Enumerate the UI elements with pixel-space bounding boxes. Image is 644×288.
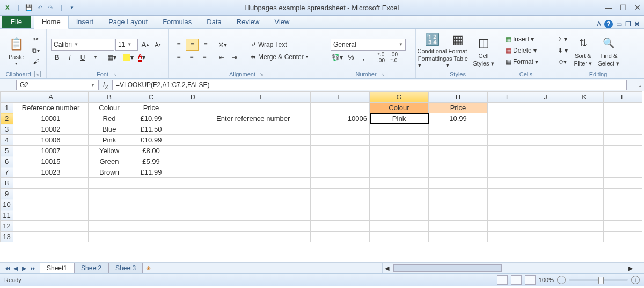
cell-C6[interactable]: £5.99 xyxy=(130,156,172,167)
cell-A11[interactable] xyxy=(13,210,89,221)
sort-filter-button[interactable]: ⇅ Sort & Filter ▾ xyxy=(571,33,595,68)
cell-B7[interactable]: Brown xyxy=(89,167,130,178)
underline-button[interactable]: U xyxy=(77,52,89,63)
redo-icon[interactable]: ↷ xyxy=(46,3,55,12)
cell-L5[interactable] xyxy=(604,146,642,156)
dialog-launcher-icon[interactable]: ↘ xyxy=(34,71,41,77)
zoom-thumb[interactable] xyxy=(598,277,604,284)
cell-I6[interactable] xyxy=(488,156,526,167)
cell-D9[interactable] xyxy=(172,189,214,199)
cell-K12[interactable] xyxy=(565,221,604,232)
number-format-combo[interactable]: General▼ xyxy=(331,39,406,51)
cell-G3[interactable] xyxy=(370,124,429,135)
cell-D4[interactable] xyxy=(172,135,214,146)
scroll-thumb[interactable] xyxy=(393,264,502,272)
cell-D5[interactable] xyxy=(172,146,214,156)
cell-G1[interactable]: Colour xyxy=(370,103,429,113)
new-sheet-icon[interactable]: ✳ xyxy=(146,265,151,272)
conditional-formatting-button[interactable]: 🔢 Conditional Formatting ▾ xyxy=(420,33,444,68)
cell-K8[interactable] xyxy=(565,178,604,189)
tab-data[interactable]: Data xyxy=(199,15,229,28)
cell-G7[interactable] xyxy=(370,167,429,178)
cell-I1[interactable] xyxy=(488,103,526,113)
cell-D2[interactable] xyxy=(172,113,214,124)
cell-B3[interactable]: Blue xyxy=(89,124,130,135)
cell-K9[interactable] xyxy=(565,189,604,199)
cell-H12[interactable] xyxy=(429,221,488,232)
cell-C1[interactable]: Price xyxy=(130,103,172,113)
cell-H2[interactable]: 10.99 xyxy=(429,113,488,124)
cell-K4[interactable] xyxy=(565,135,604,146)
column-header-K[interactable]: K xyxy=(565,92,604,103)
row-header-4[interactable]: 4 xyxy=(1,135,13,146)
sheet-nav-first-icon[interactable]: ⏮ xyxy=(3,265,11,272)
view-layout-button[interactable] xyxy=(511,275,522,285)
cell-E10[interactable] xyxy=(214,199,311,210)
cell-A1[interactable]: Reference number xyxy=(13,103,89,113)
format-as-table-button[interactable]: ▦ Format as Table ▾ xyxy=(446,33,470,68)
cell-E4[interactable] xyxy=(214,135,311,146)
cell-J1[interactable] xyxy=(526,103,565,113)
cell-G9[interactable] xyxy=(370,189,429,199)
cell-B12[interactable] xyxy=(89,221,130,232)
close-button[interactable]: ✕ xyxy=(634,3,641,12)
row-header-13[interactable]: 13 xyxy=(1,232,13,242)
cell-K1[interactable] xyxy=(565,103,604,113)
cell-J8[interactable] xyxy=(526,178,565,189)
cell-I10[interactable] xyxy=(488,199,526,210)
cell-J11[interactable] xyxy=(526,210,565,221)
font-name-combo[interactable]: Calibri▼ xyxy=(51,39,114,51)
column-header-H[interactable]: H xyxy=(429,92,488,103)
decrease-decimal-button[interactable]: .00⁻.0 xyxy=(388,52,400,63)
row-header-6[interactable]: 6 xyxy=(1,156,13,167)
cell-E9[interactable] xyxy=(214,189,311,199)
cell-D6[interactable] xyxy=(172,156,214,167)
cell-D7[interactable] xyxy=(172,167,214,178)
row-header-2[interactable]: 2 xyxy=(1,113,13,124)
formula-expand-icon[interactable]: ⌄ xyxy=(638,82,642,88)
cell-A3[interactable]: 10002 xyxy=(13,124,89,135)
cell-J13[interactable] xyxy=(526,232,565,242)
cell-C10[interactable] xyxy=(130,199,172,210)
cell-F3[interactable] xyxy=(311,124,370,135)
fill-button[interactable]: ⬇ ▾ xyxy=(557,45,569,56)
cell-B8[interactable] xyxy=(89,178,130,189)
window-min-icon[interactable]: ▭ xyxy=(616,20,622,28)
cell-A7[interactable]: 10023 xyxy=(13,167,89,178)
formula-bar[interactable]: =VLOOKUP(F2,A1:C7,2,FALSE) xyxy=(112,80,627,90)
orientation-button[interactable]: ⤭▾ xyxy=(217,39,229,50)
view-normal-button[interactable] xyxy=(497,275,508,285)
cell-H13[interactable] xyxy=(429,232,488,242)
sheet-tab-1[interactable]: Sheet1 xyxy=(40,263,74,273)
fill-color-button[interactable]: ▾ xyxy=(122,52,135,63)
cell-A6[interactable]: 10015 xyxy=(13,156,89,167)
comma-button[interactable]: , xyxy=(358,52,370,63)
cell-E1[interactable] xyxy=(214,103,311,113)
name-box[interactable]: G2 ▼ xyxy=(16,80,99,90)
zoom-in-button[interactable]: + xyxy=(631,276,640,284)
view-pagebreak-button[interactable] xyxy=(525,275,536,285)
sheet-nav-prev-icon[interactable]: ◀ xyxy=(12,265,19,272)
cell-B2[interactable]: Red xyxy=(89,113,130,124)
row-header-10[interactable]: 10 xyxy=(1,199,13,210)
cell-J4[interactable] xyxy=(526,135,565,146)
cell-I3[interactable] xyxy=(488,124,526,135)
bold-button[interactable]: B xyxy=(51,52,63,63)
cell-C8[interactable] xyxy=(130,178,172,189)
row-header-5[interactable]: 5 xyxy=(1,146,13,156)
cell-L8[interactable] xyxy=(604,178,642,189)
format-painter-button[interactable]: 🖌 xyxy=(30,56,42,67)
cell-E13[interactable] xyxy=(214,232,311,242)
tab-view[interactable]: View xyxy=(267,15,297,28)
cell-E6[interactable] xyxy=(214,156,311,167)
row-header-12[interactable]: 12 xyxy=(1,221,13,232)
decrease-indent-button[interactable]: ⇤ xyxy=(216,52,228,63)
align-bottom-button[interactable]: ≡ xyxy=(200,39,211,50)
cell-G6[interactable] xyxy=(370,156,429,167)
dialog-launcher-icon[interactable]: ↘ xyxy=(259,71,265,77)
cut-button[interactable]: ✂ xyxy=(30,34,42,45)
column-header-B[interactable]: B xyxy=(89,92,130,103)
select-all-corner[interactable] xyxy=(1,92,13,103)
cell-D11[interactable] xyxy=(172,210,214,221)
cell-C4[interactable]: £10.99 xyxy=(130,135,172,146)
